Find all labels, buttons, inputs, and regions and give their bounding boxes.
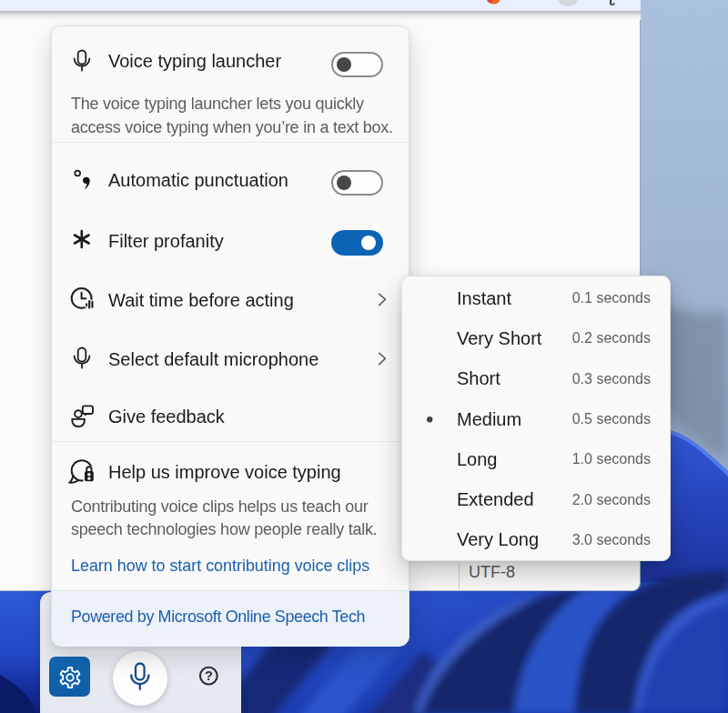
svg-text:?: ? bbox=[205, 668, 213, 683]
